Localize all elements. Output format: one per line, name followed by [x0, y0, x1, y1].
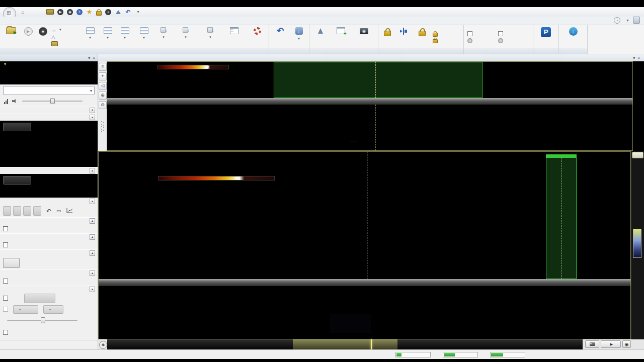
band-nav-track[interactable]	[107, 339, 583, 349]
filter-button[interactable]	[3, 176, 31, 185]
lock-icon[interactable]	[96, 11, 102, 16]
collapse-icon[interactable]: ▴	[90, 250, 95, 256]
calibration-button[interactable]: △	[50, 34, 82, 40]
collapse-icon[interactable]: ▴	[90, 270, 95, 276]
colour-range-handle[interactable]	[633, 229, 641, 258]
radio-configuration-button[interactable]	[221, 26, 247, 48]
history-button[interactable]: ↓ ▾	[290, 26, 307, 48]
panel-close-icon[interactable]: ×	[93, 56, 95, 60]
nr-button[interactable]	[3, 258, 20, 268]
cw-peak-enable-checkbox[interactable]	[0, 224, 98, 233]
nb-enable-checkbox[interactable]	[498, 31, 529, 37]
ctcss-tone-select[interactable]: ▾	[13, 305, 38, 314]
mode-button[interactable]	[3, 123, 31, 131]
automute-enable-checkbox[interactable]	[467, 31, 494, 37]
cw-header[interactable]: ▴	[0, 217, 98, 224]
receive-panel-header[interactable]: ▾ ×	[0, 54, 98, 61]
speaker-icon[interactable]	[12, 99, 18, 104]
mode-header[interactable]: ▴	[0, 114, 98, 121]
nav-refresh-button[interactable]: ◉	[622, 340, 631, 348]
collapse-icon[interactable]: ▴	[90, 168, 95, 173]
nb-options-button[interactable]	[498, 38, 529, 44]
collapse-icon[interactable]: ▴	[90, 218, 95, 224]
noise-reduction-header[interactable]: ▴	[0, 249, 98, 256]
agc-undo-icon[interactable]: ↶	[46, 208, 51, 215]
ribbon-tab[interactable]	[17, 23, 30, 25]
lock-centre-button[interactable]	[395, 26, 412, 48]
online-support-button[interactable]	[247, 26, 267, 48]
start-button[interactable]: ▶	[21, 26, 35, 48]
previous-button[interactable]: ↶	[271, 26, 290, 48]
bias-t-button[interactable]: ▾	[155, 26, 172, 48]
agc-header[interactable]: ▴	[0, 198, 98, 205]
play-icon[interactable]: ▶	[57, 9, 63, 15]
panel-dropdown-icon[interactable]: ▾	[88, 56, 90, 60]
select-radio-button[interactable]	[2, 26, 21, 48]
notch-auto-enable-checkbox[interactable]	[0, 277, 98, 286]
noise-blanker-header[interactable]: ▴	[0, 233, 98, 240]
frequency-display[interactable]: ▼	[0, 61, 98, 84]
if-selection-box[interactable]	[274, 62, 482, 98]
collapse-icon[interactable]: ▴	[90, 199, 95, 204]
automute-options-button[interactable]	[467, 38, 494, 44]
nav-left-button[interactable]: ◉	[99, 341, 107, 349]
favourite-star-icon[interactable]: ★	[86, 9, 93, 15]
filter-header[interactable]: ▴	[0, 167, 98, 174]
corner-icon[interactable]	[633, 17, 640, 24]
stop-button[interactable]: ■	[36, 26, 50, 48]
open-folder-icon[interactable]	[46, 9, 54, 15]
record-icon[interactable]: ◉	[67, 9, 73, 15]
auto-range-button[interactable]	[632, 152, 643, 158]
agc-window-icon[interactable]: ▭	[56, 208, 61, 214]
squelch-header[interactable]: ▴	[0, 286, 98, 293]
style-button[interactable]: ◔ ▾	[614, 17, 640, 24]
rx-frequency-axis[interactable]	[99, 279, 630, 286]
squelch-fm-checkbox[interactable]	[3, 296, 8, 301]
frequency-button[interactable]	[50, 41, 82, 47]
ctcss-level-select[interactable]: ▾	[43, 305, 63, 314]
antenna-icon[interactable]	[115, 9, 121, 15]
menu-icon[interactable]: ≡	[99, 63, 107, 71]
panel-dropdown-icon[interactable]: ▾	[633, 56, 635, 60]
panel-close-icon[interactable]: ×	[637, 56, 640, 60]
band-nav-viewport[interactable]	[293, 339, 397, 349]
if-display-header[interactable]: ▾	[0, 107, 98, 114]
paypal-button[interactable]: P	[535, 26, 557, 48]
bandwidth-button[interactable]: ↔▾	[50, 27, 82, 33]
collapse-icon[interactable]: ▴	[90, 287, 95, 292]
mwfm-notch-button[interactable]: ▾	[172, 26, 199, 48]
unlock-all-button[interactable]	[433, 37, 462, 43]
undo-icon[interactable]: ↶	[125, 9, 131, 15]
receivers-panel-header[interactable]: ▾ ×	[98, 54, 644, 61]
lock-program-button[interactable]	[412, 26, 432, 48]
child-instance-button[interactable]	[331, 26, 351, 48]
agc-slow-button[interactable]	[33, 206, 41, 216]
fm-squelch-level-slider[interactable]	[7, 317, 77, 324]
audio-device-select[interactable]: ▾	[3, 86, 95, 95]
always-on-top-button[interactable]	[311, 26, 330, 48]
visual-gain-button[interactable]: ▾	[133, 26, 155, 48]
dab-notch-button[interactable]: ▾	[200, 26, 221, 48]
agc-graph-icon[interactable]	[66, 208, 73, 215]
squelch-auto-button[interactable]	[24, 294, 55, 303]
update-available-button[interactable]: ↓	[560, 26, 586, 48]
collapse-icon[interactable]: ▴	[90, 115, 95, 120]
zoom-out-icon[interactable]: ⊖	[99, 101, 107, 109]
rf-gain-button[interactable]: ▾	[82, 26, 98, 48]
if-waterfall-canvas[interactable]	[107, 105, 632, 150]
agc-button[interactable]: ▾	[117, 26, 132, 48]
drag-grip-icon[interactable]	[101, 121, 104, 132]
nav-radio-button[interactable]	[585, 340, 599, 348]
mute-icon[interactable]: ◁	[99, 82, 107, 90]
home-icon[interactable]: ⌂	[20, 9, 26, 15]
agc-med-button[interactable]	[23, 206, 31, 216]
volume-slider[interactable]	[22, 98, 83, 105]
add-icon[interactable]: +	[76, 9, 83, 15]
collapse-icon[interactable]: ▴	[90, 234, 95, 240]
gear-icon[interactable]: •	[105, 9, 111, 15]
if-frequency-axis[interactable]	[107, 98, 632, 105]
lock-all-button[interactable]	[433, 31, 462, 37]
nb-enable-checkbox[interactable]	[0, 240, 98, 249]
lock-radio-button[interactable]	[380, 26, 395, 48]
ctcss-checkbox[interactable]	[3, 307, 8, 312]
